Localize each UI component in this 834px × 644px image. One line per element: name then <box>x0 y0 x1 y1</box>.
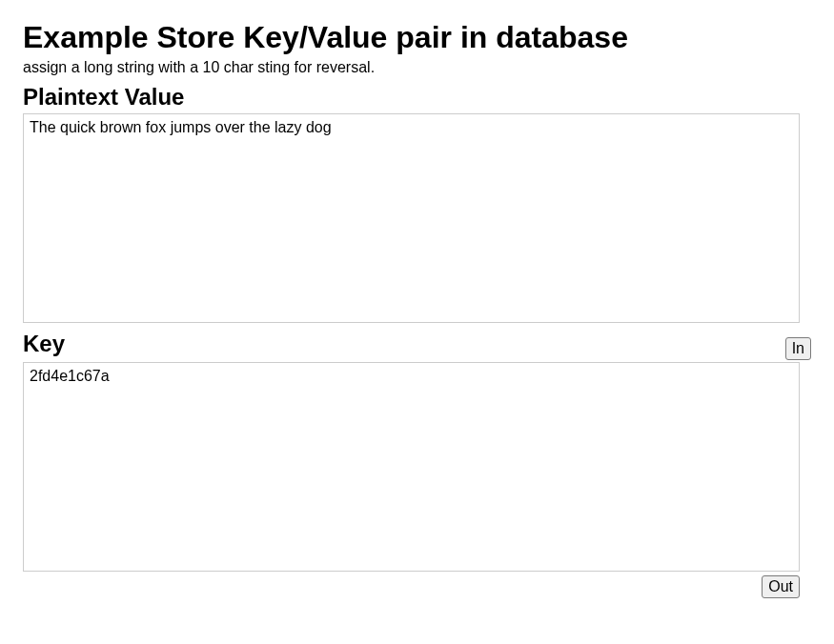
plaintext-input[interactable] <box>23 113 800 323</box>
in-button[interactable]: In <box>785 337 811 360</box>
page-title: Example Store Key/Value pair in database <box>23 19 811 55</box>
plaintext-heading: Plaintext Value <box>23 84 811 111</box>
key-heading: Key <box>23 331 65 358</box>
out-button[interactable]: Out <box>762 575 800 598</box>
plaintext-section: Plaintext Value <box>23 84 811 323</box>
page-subtitle: assign a long string with a 10 char stin… <box>23 59 811 76</box>
key-section: Key In Out <box>23 331 811 598</box>
key-input[interactable] <box>23 362 800 572</box>
